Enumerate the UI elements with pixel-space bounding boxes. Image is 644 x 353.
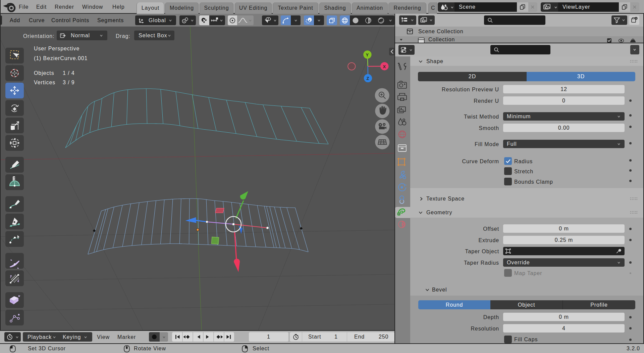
svg-text:1 / 4: 1 / 4 — [63, 70, 75, 76]
svg-text:(1) BezierCurve.001: (1) BezierCurve.001 — [34, 55, 88, 61]
svg-text:Objects: Objects — [34, 70, 54, 76]
svg-text:Y: Y — [366, 52, 369, 57]
svg-text:Vertices: Vertices — [34, 80, 55, 85]
svg-text:3 / 9: 3 / 9 — [63, 80, 75, 85]
svg-text:Z: Z — [367, 76, 370, 81]
svg-text:X: X — [383, 64, 386, 69]
svg-text:User Perspective: User Perspective — [34, 46, 79, 51]
